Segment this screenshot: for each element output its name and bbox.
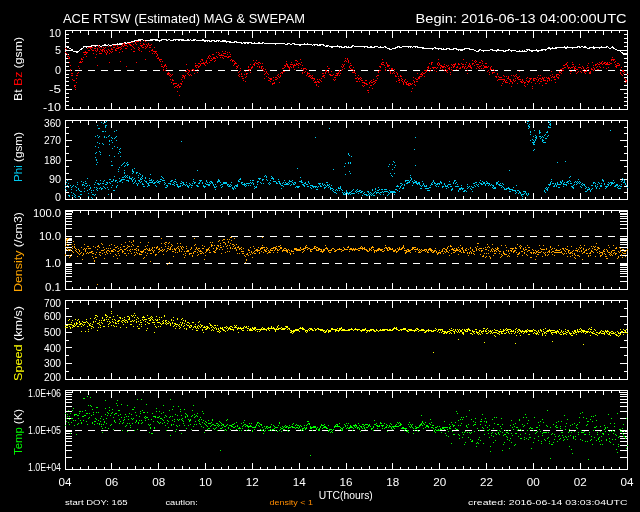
svg-text:1.0E+04: 1.0E+04 <box>28 462 61 473</box>
svg-text:start DOY: 165: start DOY: 165 <box>65 498 128 507</box>
svg-text:100.0: 100.0 <box>33 208 61 219</box>
svg-text:1.0E+05: 1.0E+05 <box>28 425 61 436</box>
svg-text:-10: -10 <box>43 102 62 113</box>
svg-text:360: 360 <box>44 118 61 129</box>
svg-text:270: 270 <box>44 135 61 146</box>
svg-text:90: 90 <box>49 174 61 185</box>
svg-text:04: 04 <box>620 476 633 488</box>
svg-text:04: 04 <box>59 476 72 488</box>
svg-text:Begin: 2016-06-13 04:00:00UTC: Begin: 2016-06-13 04:00:00UTC <box>416 11 627 26</box>
svg-text:0.1: 0.1 <box>45 282 61 293</box>
svg-text:22: 22 <box>480 476 493 488</box>
svg-text:14: 14 <box>293 476 306 488</box>
svg-text:180: 180 <box>44 155 61 166</box>
svg-text:500: 500 <box>44 327 61 338</box>
svg-text:400: 400 <box>44 343 61 354</box>
svg-text:0: 0 <box>55 192 61 203</box>
svg-text:ACE RTSW (Estimated) MAG & SWE: ACE RTSW (Estimated) MAG & SWEPAM <box>63 11 305 26</box>
svg-text:5: 5 <box>55 45 61 56</box>
svg-text:Density (/cm3): Density (/cm3) <box>13 212 24 292</box>
svg-text:-5: -5 <box>49 84 62 95</box>
svg-text:700: 700 <box>44 298 61 309</box>
svg-text:18: 18 <box>386 476 399 488</box>
svg-text:08: 08 <box>152 476 165 488</box>
svg-text:Bt Bz (gsm): Bt Bz (gsm) <box>13 37 24 101</box>
svg-text:02: 02 <box>574 476 587 488</box>
svg-text:600: 600 <box>44 311 61 322</box>
svg-text:Temp (K): Temp (K) <box>13 409 24 455</box>
svg-text:UTC(hours): UTC(hours) <box>319 490 373 501</box>
svg-text:300: 300 <box>44 358 61 369</box>
svg-text:20: 20 <box>433 476 446 488</box>
svg-text:Phi (gsm): Phi (gsm) <box>13 132 24 182</box>
svg-text:10: 10 <box>199 476 212 488</box>
svg-text:10.0: 10.0 <box>39 231 61 242</box>
svg-text:caution:: caution: <box>166 498 198 507</box>
svg-text:1.0: 1.0 <box>45 258 61 269</box>
svg-text:density < 1: density < 1 <box>270 498 314 507</box>
svg-text:created: 2016-06-14 03:03:04UT: created: 2016-06-14 03:03:04UTC <box>468 498 628 507</box>
svg-text:06: 06 <box>105 476 118 488</box>
svg-text:12: 12 <box>246 476 259 488</box>
svg-text:200: 200 <box>44 372 61 383</box>
svg-text:00: 00 <box>527 476 540 488</box>
svg-text:0: 0 <box>55 65 61 76</box>
svg-text:1.0E+06: 1.0E+06 <box>28 388 61 399</box>
svg-text:Speed (km/s): Speed (km/s) <box>13 306 24 381</box>
svg-text:16: 16 <box>339 476 352 488</box>
svg-text:10: 10 <box>49 28 61 39</box>
